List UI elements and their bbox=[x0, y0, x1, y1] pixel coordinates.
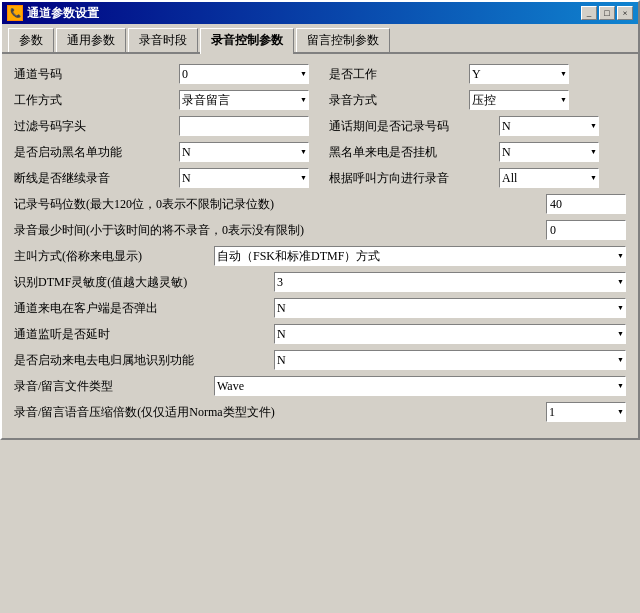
window-title: 通道参数设置 bbox=[27, 5, 99, 22]
work-mode-wrapper: 录音留言 bbox=[179, 90, 309, 110]
tab-params[interactable]: 参数 bbox=[8, 28, 54, 52]
blacklist-wrapper: N bbox=[179, 142, 309, 162]
filter-prefix-label: 过滤号码字头 bbox=[14, 118, 179, 135]
record-min-time-input[interactable] bbox=[546, 220, 626, 240]
monitor-delay-select[interactable]: N bbox=[274, 324, 626, 344]
save-number-wrapper: N bbox=[499, 116, 599, 136]
blacklist-hangup-label: 黑名单来电是否挂机 bbox=[329, 144, 499, 161]
blacklist-select[interactable]: N bbox=[179, 142, 309, 162]
record-mode-select[interactable]: 压控 bbox=[469, 90, 569, 110]
save-number-select[interactable]: N bbox=[499, 116, 599, 136]
row-file-type: 录音/留言文件类型 Wave bbox=[14, 376, 626, 396]
main-window: 📞 通道参数设置 _ □ × 参数 通用参数 录音时段 录音控制参数 留言控制参… bbox=[0, 0, 640, 440]
disconnect-wrapper: N bbox=[179, 168, 309, 188]
channel-no-wrapper: 0 bbox=[179, 64, 309, 84]
monitor-delay-label: 通道监听是否延时 bbox=[14, 326, 274, 343]
tab-voicemail-control[interactable]: 留言控制参数 bbox=[296, 28, 390, 52]
record-min-time-label: 录音最少时间(小于该时间的将不录音，0表示没有限制) bbox=[14, 222, 546, 239]
tabs-bar: 参数 通用参数 录音时段 录音控制参数 留言控制参数 bbox=[2, 24, 638, 54]
tab-record-control[interactable]: 录音控制参数 bbox=[200, 28, 294, 54]
record-mode-label: 录音方式 bbox=[329, 92, 469, 109]
file-type-select[interactable]: Wave bbox=[214, 376, 626, 396]
caller-id-wrapper: N bbox=[274, 350, 626, 370]
row-popup: 通道来电在客户端是否弹出 N bbox=[14, 298, 626, 318]
maximize-button[interactable]: □ bbox=[599, 6, 615, 20]
row-monitor-delay: 通道监听是否延时 N bbox=[14, 324, 626, 344]
title-bar-left: 📞 通道参数设置 bbox=[7, 5, 99, 22]
row-filter-savenumber: 过滤号码字头 通话期间是否记录号码 N bbox=[14, 116, 626, 136]
row-caller-mode: 主叫方式(俗称来电显示) 自动（FSK和标准DTMF）方式 bbox=[14, 246, 626, 266]
title-bar: 📞 通道参数设置 _ □ × bbox=[2, 2, 638, 24]
row-caller-id: 是否启动来电去电归属地识别功能 N bbox=[14, 350, 626, 370]
blacklist-hangup-select[interactable]: N bbox=[499, 142, 599, 162]
row-workmode-recordmode: 工作方式 录音留言 录音方式 压控 bbox=[14, 90, 626, 110]
popup-wrapper: N bbox=[274, 298, 626, 318]
blacklist-hangup-wrapper: N bbox=[499, 142, 599, 162]
channel-no-label: 通道号码 bbox=[14, 66, 179, 83]
monitor-delay-wrapper: N bbox=[274, 324, 626, 344]
work-mode-select[interactable]: 录音留言 bbox=[179, 90, 309, 110]
close-button[interactable]: × bbox=[617, 6, 633, 20]
record-digits-label: 记录号码位数(最大120位，0表示不限制记录位数) bbox=[14, 196, 546, 213]
row-disconnect-direction: 断线是否继续录音 N 根据呼叫方向进行录音 All bbox=[14, 168, 626, 188]
minimize-button[interactable]: _ bbox=[581, 6, 597, 20]
disconnect-label: 断线是否继续录音 bbox=[14, 170, 179, 187]
dtmf-label: 识别DTMF灵敏度(值越大越灵敏) bbox=[14, 274, 274, 291]
title-buttons: _ □ × bbox=[581, 6, 633, 20]
caller-id-label: 是否启动来电去电归属地识别功能 bbox=[14, 352, 274, 369]
tab-schedule[interactable]: 录音时段 bbox=[128, 28, 198, 52]
caller-id-select[interactable]: N bbox=[274, 350, 626, 370]
work-yn-label: 是否工作 bbox=[329, 66, 469, 83]
save-number-label: 通话期间是否记录号码 bbox=[329, 118, 499, 135]
work-yn-select[interactable]: Y bbox=[469, 64, 569, 84]
row-channel-work: 通道号码 0 是否工作 Y bbox=[14, 64, 626, 84]
row-compression: 录音/留言语音压缩倍数(仅仅适用Norma类型文件) 1 bbox=[14, 402, 626, 422]
row-record-min-time: 录音最少时间(小于该时间的将不录音，0表示没有限制) bbox=[14, 220, 626, 240]
compression-wrapper: 1 bbox=[546, 402, 626, 422]
compression-select[interactable]: 1 bbox=[546, 402, 626, 422]
popup-label: 通道来电在客户端是否弹出 bbox=[14, 300, 274, 317]
row-blacklist-hangup: 是否启动黑名单功能 N 黑名单来电是否挂机 N bbox=[14, 142, 626, 162]
row-dtmf: 识别DTMF灵敏度(值越大越灵敏) 3 bbox=[14, 272, 626, 292]
compression-label: 录音/留言语音压缩倍数(仅仅适用Norma类型文件) bbox=[14, 404, 546, 421]
tab-general[interactable]: 通用参数 bbox=[56, 28, 126, 52]
caller-mode-select[interactable]: 自动（FSK和标准DTMF）方式 bbox=[214, 246, 626, 266]
channel-no-select[interactable]: 0 bbox=[179, 64, 309, 84]
row-record-digits: 记录号码位数(最大120位，0表示不限制记录位数) bbox=[14, 194, 626, 214]
work-mode-label: 工作方式 bbox=[14, 92, 179, 109]
direction-wrapper: All bbox=[499, 168, 599, 188]
caller-mode-label: 主叫方式(俗称来电显示) bbox=[14, 248, 214, 265]
work-yn-wrapper: Y bbox=[469, 64, 569, 84]
popup-select[interactable]: N bbox=[274, 298, 626, 318]
app-icon: 📞 bbox=[7, 5, 23, 21]
file-type-wrapper: Wave bbox=[214, 376, 626, 396]
blacklist-label: 是否启动黑名单功能 bbox=[14, 144, 179, 161]
record-digits-input[interactable] bbox=[546, 194, 626, 214]
disconnect-select[interactable]: N bbox=[179, 168, 309, 188]
filter-prefix-input[interactable] bbox=[179, 116, 309, 136]
caller-mode-wrapper: 自动（FSK和标准DTMF）方式 bbox=[214, 246, 626, 266]
dtmf-wrapper: 3 bbox=[274, 272, 626, 292]
record-mode-wrapper: 压控 bbox=[469, 90, 569, 110]
direction-label: 根据呼叫方向进行录音 bbox=[329, 170, 499, 187]
form-content: 通道号码 0 是否工作 Y 工作方式 录音留言 录音方式 bbox=[2, 54, 638, 438]
dtmf-select[interactable]: 3 bbox=[274, 272, 626, 292]
file-type-label: 录音/留言文件类型 bbox=[14, 378, 214, 395]
direction-select[interactable]: All bbox=[499, 168, 599, 188]
